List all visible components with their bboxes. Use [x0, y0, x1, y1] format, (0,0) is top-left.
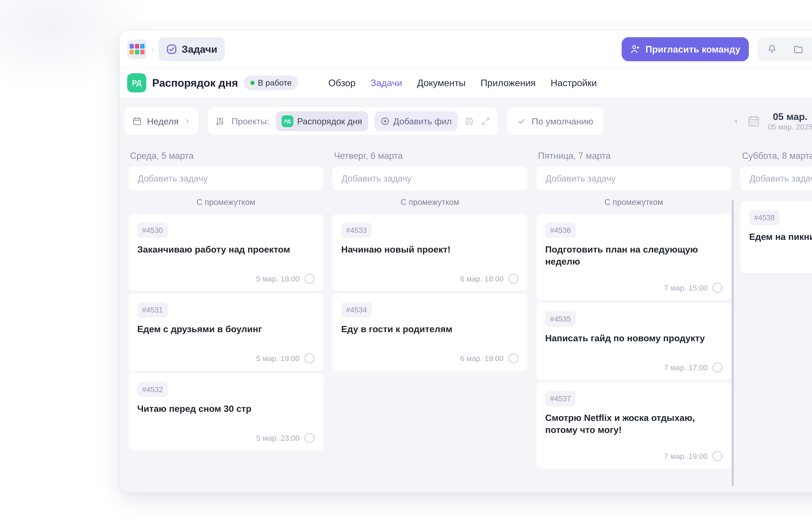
day-column-wednesday: Среда, 5 марта С промежутком #4530 Закан… — [129, 151, 323, 453]
add-task-input[interactable] — [129, 166, 323, 190]
project-status-badge[interactable]: В работе — [244, 75, 298, 90]
calendar-icon — [132, 116, 142, 126]
task-checkbox[interactable] — [712, 451, 723, 461]
view-switcher-button[interactable]: Неделя — [124, 107, 198, 135]
filters-panel: Проекты: РД Распорядок дня Добавить фил — [207, 107, 498, 135]
date-sublabel: 05 мар. 2025 — [768, 122, 812, 131]
tab-tasks[interactable]: Задачи — [370, 77, 402, 88]
task-card[interactable]: #4530 Заканчиваю работу над проектом 5 м… — [129, 214, 323, 291]
project-title: Распорядок дня — [152, 77, 238, 89]
board-scrollbar[interactable] — [732, 200, 733, 486]
task-id-badge: #4530 — [137, 223, 168, 238]
task-checkbox[interactable] — [305, 433, 314, 443]
task-due-date: 7 мар. 17:00 — [664, 363, 707, 372]
day-column-friday: Пятница, 7 марта С промежутком #4536 Под… — [536, 151, 731, 471]
date-label: 05 мар. — [773, 111, 808, 122]
tab-overview[interactable]: Обзор — [328, 77, 356, 88]
day-column-thursday: Четверг, 6 марта С промежутком #4533 Нач… — [332, 151, 527, 373]
project-bar: РД Распорядок дня В работе Обзор Задачи … — [120, 68, 812, 98]
task-checkbox[interactable] — [712, 362, 723, 372]
task-title: Едем на пикник с друзьями — [749, 231, 812, 243]
task-due-date: 5 мар. 18:00 — [256, 274, 300, 283]
task-card[interactable]: #4531 Едем с друзьями в боулинг 5 мар. 1… — [129, 293, 323, 371]
default-view-button[interactable]: По умолчанию — [507, 107, 603, 135]
current-date[interactable]: 05 мар. 05 мар. 2025 — [768, 111, 812, 131]
breadcrumb-chevron-icon: › — [151, 45, 154, 54]
section-label: С промежутком — [332, 198, 527, 207]
task-id-badge: #4535 — [545, 311, 576, 327]
column-header: Суббота, 8 марта — [740, 151, 812, 160]
projects-folder-icon[interactable] — [793, 44, 804, 55]
notifications-bell-icon[interactable] — [767, 44, 777, 55]
tasks-check-icon — [166, 44, 177, 55]
task-due-date: 7 мар. 15:00 — [664, 283, 707, 292]
invite-team-label: Пригласить команду — [645, 44, 740, 55]
week-columns: Среда, 5 марта С промежутком #4530 Закан… — [120, 135, 812, 471]
section-label: С промежутком — [129, 198, 323, 207]
task-checkbox[interactable] — [508, 274, 519, 284]
tab-settings[interactable]: Настройки — [551, 77, 597, 88]
invite-team-button[interactable]: Пригласить команду — [622, 37, 749, 61]
task-title: Смотрю Netflix и жоска отдыхаю, потому ч… — [545, 412, 721, 436]
filters-sliders-icon — [215, 116, 225, 126]
screenshot-canvas: { "colors": { "accent": "#6f66e8", "acce… — [0, 0, 812, 520]
task-card[interactable]: #4533 Начинаю новый проект! 6 мар. 18:00 — [332, 214, 527, 291]
column-header: Среда, 5 марта — [129, 151, 323, 160]
task-title: Еду в гости к родителям — [341, 323, 516, 335]
task-id-badge: #4537 — [545, 391, 576, 406]
task-due-date: 5 мар. 23:00 — [256, 434, 300, 442]
task-card[interactable]: #4537 Смотрю Netflix и жоска отдыхаю, по… — [536, 382, 731, 469]
tasks-app-tab-label: Задачи — [181, 43, 217, 55]
person-plus-icon — [630, 44, 641, 54]
filters-label: Проекты: — [231, 116, 269, 126]
task-due-date: 5 мар. 19:00 — [256, 354, 300, 363]
top-bar-right: Пригласить команду — [622, 37, 812, 61]
task-id-badge: #4533 — [341, 223, 372, 238]
task-card[interactable]: #4532 Читаю перед сном 30 стр 5 мар. 23:… — [129, 373, 323, 450]
board-area: Неделя Проекты: РД Распорядок дня — [120, 98, 812, 492]
task-id-badge: #4531 — [137, 302, 168, 317]
task-title: Подготовить план на следующую неделю — [545, 243, 721, 267]
task-checkbox[interactable] — [305, 353, 314, 363]
date-navigation: 05 мар. 05 мар. 2025 Поделиться — [732, 107, 812, 135]
board-toolbar: Неделя Проекты: РД Распорядок дня — [124, 107, 812, 135]
workspace-switcher-button[interactable] — [127, 39, 147, 59]
add-task-input[interactable] — [740, 166, 812, 190]
task-id-badge: #4536 — [545, 223, 576, 238]
project-badge: РД — [127, 73, 146, 93]
project-filter-chip[interactable]: РД Распорядок дня — [276, 111, 368, 131]
tab-apps[interactable]: Приложения — [480, 77, 536, 88]
task-due-date: 6 мар. 18:00 — [460, 274, 504, 283]
tab-documents[interactable]: Документы — [417, 77, 466, 88]
task-checkbox[interactable] — [305, 274, 314, 284]
project-nav: Обзор Задачи Документы Приложения Настро… — [328, 77, 597, 88]
save-view-icon[interactable] — [464, 116, 474, 126]
view-switcher-label: Неделя — [147, 116, 179, 127]
top-bar-left: › Задачи — [127, 37, 225, 61]
check-icon — [517, 117, 526, 126]
add-filter-chip[interactable]: Добавить фил — [374, 111, 458, 131]
status-label: В работе — [258, 78, 292, 87]
task-checkbox[interactable] — [508, 353, 519, 363]
expand-icon[interactable] — [481, 116, 491, 126]
task-due-date: 7 мар. 19:00 — [664, 452, 707, 461]
prev-period-chevron-icon[interactable] — [732, 118, 739, 125]
task-checkbox[interactable] — [712, 283, 723, 293]
task-due-date: 6 мар. 19:00 — [460, 354, 504, 363]
add-task-input[interactable] — [332, 166, 527, 190]
top-bar: › Задачи — [120, 31, 812, 68]
status-dot-icon — [250, 81, 255, 85]
task-title: Едем с друзьями в боулинг — [137, 323, 313, 335]
add-task-input[interactable] — [536, 166, 731, 190]
task-card[interactable]: #4534 Еду в гости к родителям 6 мар. 19:… — [332, 293, 527, 371]
task-card[interactable]: #4536 Подготовить план на следующую неде… — [536, 214, 731, 300]
date-calendar-icon[interactable] — [747, 114, 761, 128]
tasks-app-tab[interactable]: Задачи — [159, 37, 225, 61]
task-title: Заканчиваю работу над проектом — [137, 243, 313, 256]
top-icon-cluster — [758, 37, 812, 61]
project-chip-label: Распорядок дня — [297, 116, 362, 126]
default-view-label: По умолчанию — [532, 116, 593, 127]
day-column-saturday: Суббота, 8 марта #4538 Едем на пикник с … — [740, 151, 812, 275]
task-card[interactable]: #4538 Едем на пикник с друзьями — [740, 201, 812, 273]
task-card[interactable]: #4535 Написать гайд по новому продукту 7… — [536, 303, 731, 380]
